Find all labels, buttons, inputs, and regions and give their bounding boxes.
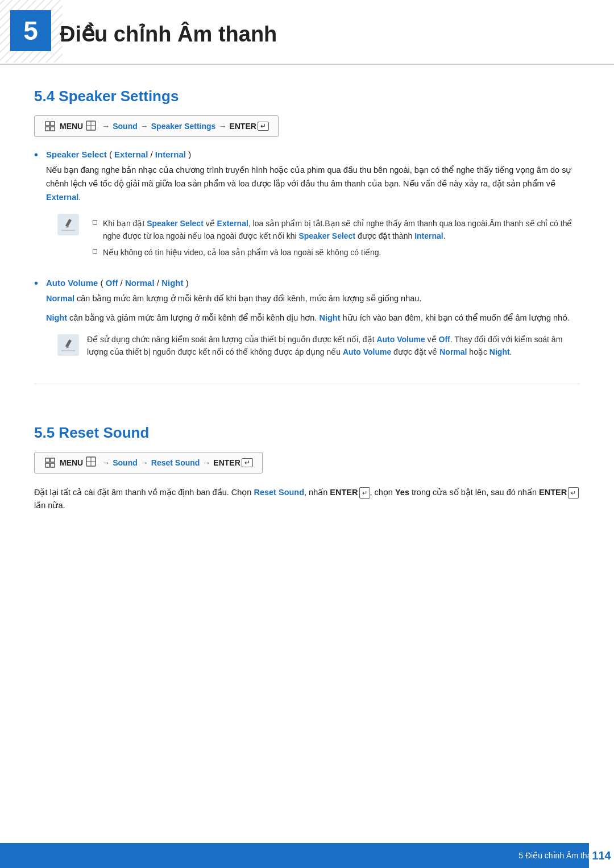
- arrow-1: →: [102, 122, 110, 131]
- sound-link-2: Sound: [113, 458, 138, 467]
- section-5-4-heading: 5.4 Speaker Settings: [34, 65, 580, 115]
- sub-bullet-dot-1a: [93, 220, 97, 225]
- menu-icon: [44, 120, 56, 132]
- arrow-2: →: [140, 122, 148, 131]
- note-box-1: Khi bạn đặt Speaker Select về External, …: [57, 213, 580, 262]
- enter-icon-inline: ↵: [359, 487, 370, 499]
- arrow-4: →: [102, 458, 110, 467]
- sound-link: Sound: [113, 122, 138, 131]
- sub-bullet-dot-1b: [93, 249, 97, 254]
- menu-grid-icon: [86, 121, 96, 132]
- speaker-select-body: Nếu bạn đang nghe bản nhạc của chương tr…: [46, 164, 580, 205]
- svg-rect-20: [51, 463, 55, 467]
- arrow-5: →: [140, 458, 148, 467]
- sub-bullets-1: Khi bạn đặt Speaker Select về External, …: [93, 217, 580, 259]
- note-pencil-icon: [57, 214, 79, 235]
- menu-grid-icon-2: [86, 456, 96, 468]
- enter-icon: ↵: [258, 122, 269, 131]
- bullet-dot-1: •: [34, 148, 38, 161]
- reset-sound-body: Đặt lại tất cả cài đặt âm thanh về mặc đ…: [34, 486, 580, 513]
- enter-icon-2: ↵: [242, 458, 253, 467]
- note-1-content: Khi bạn đặt Speaker Select về External, …: [87, 213, 580, 262]
- menu-path-5-5: MENU → Sound → Reset Sound → ENTER ↵: [34, 452, 263, 474]
- bullet-dot-2: •: [34, 277, 38, 290]
- menu-label: MENU: [60, 122, 83, 131]
- sub-bullet-1b: Nếu không có tín hiệu video, cả loa sản …: [93, 246, 580, 259]
- svg-rect-3: [51, 122, 55, 126]
- section-5-5-heading: 5.5 Reset Sound: [34, 401, 580, 452]
- bullet-auto-volume: • Auto Volume ( Off / Normal / Night ) N…: [34, 278, 580, 367]
- chapter-title-area: Điều chỉnh Âm thanh: [0, 0, 614, 64]
- enter-label: ENTER: [229, 122, 256, 131]
- svg-rect-19: [45, 463, 49, 467]
- bullet-1-content: Speaker Select ( External / Internal ) N…: [46, 149, 580, 270]
- speaker-settings-link: Speaker Settings: [151, 122, 216, 131]
- note-2-content: Để sử dụng chức năng kiểm soát âm lượng …: [87, 333, 580, 359]
- sub-bullet-1b-text: Nếu không có tín hiệu video, cả loa sản …: [103, 246, 381, 259]
- footer-text: 5 Điều chỉnh Âm thanh: [518, 851, 600, 860]
- svg-rect-2: [45, 122, 49, 126]
- note-box-2: Để sử dụng chức năng kiểm soát âm lượng …: [57, 333, 580, 359]
- main-content: 5.4 Speaker Settings MENU → Sound → Spea…: [0, 65, 614, 513]
- enter-label-2: ENTER: [213, 458, 240, 467]
- svg-rect-18: [51, 458, 55, 462]
- arrow-6: →: [202, 458, 210, 467]
- auto-volume-body2: Night cân bằng và giảm mức âm lượng ở mỗ…: [46, 312, 580, 325]
- reset-sound-link: Reset Sound: [151, 458, 200, 467]
- chapter-number-block: 5: [10, 10, 51, 51]
- bullet-speaker-select: • Speaker Select ( External / Internal )…: [34, 149, 580, 270]
- chapter-title: Điều chỉnh Âm thanh: [60, 16, 614, 47]
- arrow-3: →: [218, 122, 226, 131]
- auto-volume-body1: Normal cân bằng mức âm lượng ở mỗi kênh …: [46, 292, 580, 306]
- menu-path-5-4: MENU → Sound → Speaker Settings → ENTER …: [34, 115, 279, 137]
- bullet-2-content: Auto Volume ( Off / Normal / Night ) Nor…: [46, 278, 580, 367]
- chapter-number: 5: [23, 18, 38, 44]
- svg-rect-4: [45, 127, 49, 131]
- svg-rect-17: [45, 458, 49, 462]
- enter-icon-inline-2: ↵: [568, 487, 579, 499]
- footer: 5 Điều chỉnh Âm thanh 114: [0, 843, 614, 868]
- speaker-select-label: Speaker Select ( External / Internal ): [46, 149, 580, 159]
- menu-label-2: MENU: [60, 458, 83, 467]
- sub-bullet-1a: Khi bạn đặt Speaker Select về External, …: [93, 217, 580, 243]
- svg-rect-5: [51, 127, 55, 131]
- page-number: 114: [589, 843, 614, 868]
- section-separator: [34, 384, 580, 384]
- note-pencil-icon-2: [57, 334, 79, 356]
- menu-icon-2: [44, 456, 56, 469]
- auto-volume-label: Auto Volume ( Off / Normal / Night ): [46, 278, 580, 288]
- sub-bullet-1a-text: Khi bạn đặt Speaker Select về External, …: [103, 217, 580, 243]
